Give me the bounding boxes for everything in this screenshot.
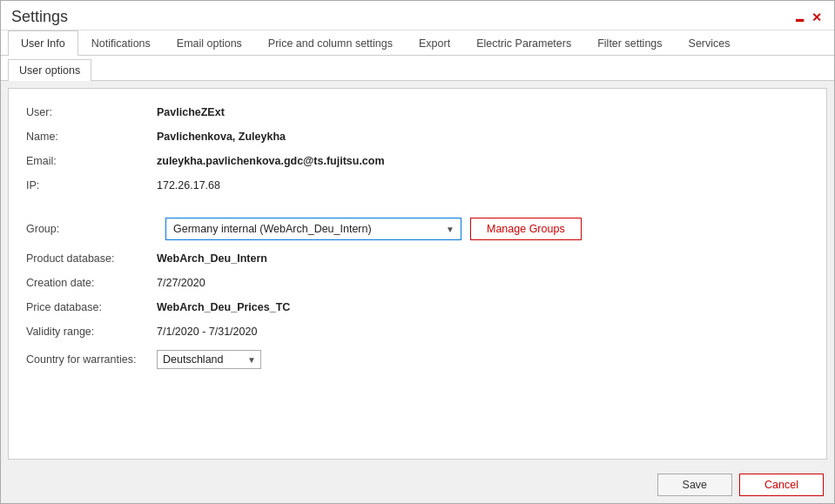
email-row: Email: zuleykha.pavlichenkova.gdc@ts.fuj…	[26, 155, 809, 167]
country-row: Country for warranties: Deutschland	[26, 350, 809, 369]
country-label: Country for warranties:	[26, 353, 157, 366]
country-select[interactable]: Deutschland	[157, 350, 261, 369]
settings-window: Settings 🗕 ✕ User Info Notifications Ema…	[0, 0, 835, 504]
validity-row: Validity range: 7/1/2020 - 7/31/2020	[26, 326, 809, 338]
group-select-wrapper: Germany internal (WebArch_Deu_Intern)	[165, 218, 461, 240]
email-value: zuleykha.pavlichenkova.gdc@ts.fujitsu.co…	[157, 155, 385, 167]
price-db-row: Price database: WebArch_Deu_Prices_TC	[26, 301, 809, 313]
sub-tab-bar: User options	[1, 56, 834, 81]
cancel-button[interactable]: Cancel	[739, 474, 824, 496]
product-db-value: WebArch_Deu_Intern	[157, 252, 267, 265]
manage-groups-button[interactable]: Manage Groups	[470, 218, 582, 240]
subtab-user-options[interactable]: User options	[8, 59, 91, 81]
ip-row: IP: 172.26.17.68	[26, 179, 809, 192]
tab-services[interactable]: Services	[676, 30, 744, 56]
product-db-row: Product database: WebArch_Deu_Intern	[26, 252, 809, 265]
window-title: Settings	[11, 8, 68, 26]
group-row: Group: Germany internal (WebArch_Deu_Int…	[26, 218, 809, 240]
name-row: Name: Pavlichenkova, Zuleykha	[26, 131, 809, 143]
creation-date-row: Creation date: 7/27/2020	[26, 277, 809, 289]
tab-user-info[interactable]: User Info	[8, 30, 78, 56]
name-label: Name:	[26, 131, 157, 143]
minimize-button[interactable]: 🗕	[792, 10, 806, 24]
user-value: PavlicheZExt	[157, 106, 225, 118]
price-db-label: Price database:	[26, 301, 157, 313]
tab-filter-settings[interactable]: Filter settings	[584, 30, 675, 56]
name-value: Pavlichenkova, Zuleykha	[157, 131, 286, 143]
user-row: User: PavlicheZExt	[26, 106, 809, 118]
validity-value: 7/1/2020 - 7/31/2020	[157, 326, 257, 338]
group-select[interactable]: Germany internal (WebArch_Deu_Intern)	[165, 218, 461, 240]
creation-date-label: Creation date:	[26, 277, 157, 289]
tab-price-column-settings[interactable]: Price and column settings	[255, 30, 406, 56]
email-label: Email:	[26, 155, 157, 167]
tab-export[interactable]: Export	[406, 30, 463, 56]
ip-value: 172.26.17.68	[157, 179, 220, 192]
bottom-bar: Save Cancel	[1, 467, 834, 503]
window-controls: 🗕 ✕	[792, 10, 824, 24]
save-button[interactable]: Save	[657, 474, 733, 496]
content-area: User: PavlicheZExt Name: Pavlichenkova, …	[8, 88, 827, 460]
group-label: Group:	[26, 223, 157, 235]
country-select-wrapper: Deutschland	[157, 350, 261, 369]
product-db-label: Product database:	[26, 252, 157, 265]
price-db-value: WebArch_Deu_Prices_TC	[157, 301, 290, 313]
tab-notifications[interactable]: Notifications	[78, 30, 164, 56]
tab-bar: User Info Notifications Email options Pr…	[1, 30, 834, 56]
user-label: User:	[26, 106, 157, 118]
ip-label: IP:	[26, 179, 157, 192]
validity-label: Validity range:	[26, 326, 157, 338]
tab-electric-parameters[interactable]: Electric Parameters	[463, 30, 584, 56]
title-bar: Settings 🗕 ✕	[1, 1, 834, 30]
creation-date-value: 7/27/2020	[157, 277, 205, 289]
close-button[interactable]: ✕	[810, 10, 824, 24]
tab-email-options[interactable]: Email options	[164, 30, 255, 56]
